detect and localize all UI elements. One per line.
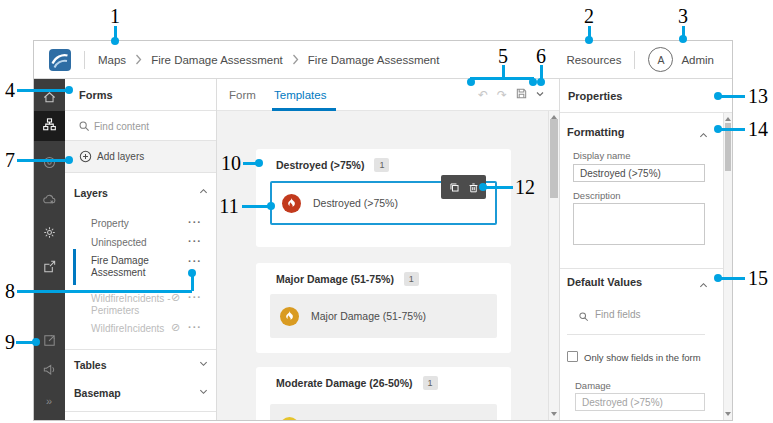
scrollbar-thumb[interactable] (550, 119, 558, 198)
only-show-fields-label: Only show fields in the form (584, 352, 701, 363)
external-link-icon (42, 333, 57, 352)
chevron-up-icon[interactable] (699, 126, 708, 144)
user-menu[interactable]: Admin (681, 54, 714, 66)
search-icon (78, 120, 90, 132)
moderate-damage-symbol-icon (280, 417, 299, 421)
chevron-up-icon[interactable] (699, 276, 708, 294)
layer-item-wildfire-incidents[interactable]: WildfireIncidents (91, 323, 180, 335)
damage-field-input[interactable] (575, 393, 705, 411)
sidebar-feedback-button[interactable] (34, 357, 65, 385)
window-body: » Forms Add layers Layers Property ··· (34, 79, 732, 420)
template-item-moderate-damage[interactable]: Moderate Damage (26-50%) (270, 404, 497, 420)
scroll-down-arrow[interactable] (725, 412, 731, 416)
breadcrumb-maps[interactable]: Maps (98, 54, 126, 66)
redo-button[interactable]: ↷ (495, 88, 509, 102)
find-fields-input[interactable] (595, 306, 695, 322)
callout-number: 4 (5, 79, 15, 102)
search-icon (578, 308, 589, 326)
selected-layer-indicator (73, 249, 76, 285)
breadcrumb-map-name[interactable]: Fire Damage Assessment (151, 54, 283, 66)
major-damage-symbol-icon (280, 307, 299, 326)
gear-icon (42, 225, 57, 244)
scroll-down-arrow[interactable] (551, 412, 557, 416)
callout-number: 6 (536, 45, 546, 68)
templates-scrollbar[interactable] (548, 111, 559, 420)
only-show-fields-checkbox[interactable] (567, 351, 578, 362)
target-icon (42, 155, 57, 174)
callout-number: 12 (515, 176, 535, 199)
overflow-menu-icon[interactable]: ··· (188, 255, 202, 267)
sidebar-offline-button[interactable] (34, 187, 65, 215)
layer-item-property[interactable]: Property (91, 218, 180, 230)
callout-number: 2 (584, 5, 594, 28)
not-visible-icon[interactable]: ⊘ (171, 321, 180, 334)
redo-icon: ↷ (497, 88, 507, 102)
plus-circle-icon (79, 150, 92, 163)
callout-number: 10 (221, 152, 241, 175)
description-label: Description (573, 190, 621, 201)
callout-number: 7 (5, 149, 15, 172)
callout-line (17, 89, 66, 92)
find-content-search (65, 111, 216, 141)
callout-line (17, 290, 192, 293)
callout-number: 9 (5, 331, 15, 354)
delete-button[interactable] (468, 182, 479, 193)
display-name-input[interactable] (573, 164, 705, 182)
header-divider (84, 51, 85, 69)
tab-templates[interactable]: Templates (274, 79, 326, 111)
overflow-menu-icon[interactable]: ··· (188, 216, 202, 228)
add-layers-label: Add layers (97, 151, 144, 162)
chevrons-double-icon: » (46, 395, 53, 407)
app-header: Maps Fire Damage Assessment Fire Damage … (34, 41, 732, 79)
tables-section-header[interactable]: Tables (74, 359, 106, 371)
sidebar-sharing-button[interactable] (34, 254, 65, 282)
chevron-down-icon[interactable] (199, 359, 208, 370)
forms-panel: Forms Add layers Layers Property ··· Uni… (65, 79, 217, 420)
overflow-menu-icon[interactable]: ··· (188, 321, 202, 333)
callout-dot (65, 86, 73, 94)
screenshot-canvas: Maps Fire Damage Assessment Fire Damage … (0, 0, 773, 423)
resources-link[interactable]: Resources (566, 54, 621, 66)
save-menu-button[interactable] (533, 88, 547, 102)
templates-list: Destroyed (>75%) 1 Destroyed (>75%) (217, 111, 548, 420)
avatar[interactable]: A (648, 47, 673, 72)
description-input[interactable] (573, 203, 705, 245)
callout-line (470, 77, 534, 80)
layer-item-fire-damage-assessment[interactable]: Fire Damage Assessment (91, 255, 180, 278)
search-input[interactable] (94, 115, 204, 137)
callout-dot (467, 78, 475, 86)
template-group-major-damage: Major Damage (51-75%) 1 Major Damage (51… (256, 263, 511, 353)
layer-item-uninspected[interactable]: Uninspected (91, 237, 180, 249)
callout-number: 13 (748, 85, 768, 108)
add-layers-button[interactable]: Add layers (65, 141, 216, 173)
chevron-up-icon[interactable] (199, 187, 208, 198)
default-values-section-header[interactable]: Default Values (567, 276, 642, 288)
sidebar-expand-button[interactable]: » (34, 387, 65, 415)
formatting-section-header[interactable]: Formatting (567, 126, 624, 138)
overflow-menu-icon[interactable]: ··· (188, 291, 202, 303)
properties-scrollbar[interactable] (723, 113, 732, 420)
chevron-down-icon (535, 88, 545, 102)
duplicate-button[interactable] (449, 182, 460, 193)
templates-panel: Form Templates ↶ ↷ Destroyed (>75%) (217, 79, 560, 420)
sidebar-targets-button[interactable] (34, 150, 65, 178)
chevron-down-icon[interactable] (199, 387, 208, 398)
tab-form[interactable]: Form (229, 79, 256, 111)
properties-panel: Properties Formatting Display name Descr… (560, 79, 732, 420)
sidebar-settings-button[interactable] (34, 220, 65, 248)
scroll-up-arrow[interactable] (725, 117, 731, 121)
callout-dot (255, 159, 263, 167)
basemap-section-header[interactable]: Basemap (74, 387, 121, 399)
properties-content: Formatting Display name Description Defa… (560, 113, 723, 420)
callout-dot (529, 78, 537, 86)
not-visible-icon[interactable]: ⊘ (171, 291, 180, 304)
layers-section-header[interactable]: Layers (74, 187, 108, 199)
template-item-major-damage[interactable]: Major Damage (51-75%) (270, 294, 497, 338)
cloud-offline-icon (42, 192, 57, 211)
header-divider (634, 51, 635, 69)
overflow-menu-icon[interactable]: ··· (188, 235, 202, 247)
undo-button[interactable]: ↶ (476, 88, 490, 102)
layer-item-wildfire-perimeters[interactable]: WildfireIncidents - Perimeters (91, 293, 180, 316)
sidebar-forms-button[interactable] (34, 111, 65, 141)
save-button[interactable] (514, 88, 528, 102)
